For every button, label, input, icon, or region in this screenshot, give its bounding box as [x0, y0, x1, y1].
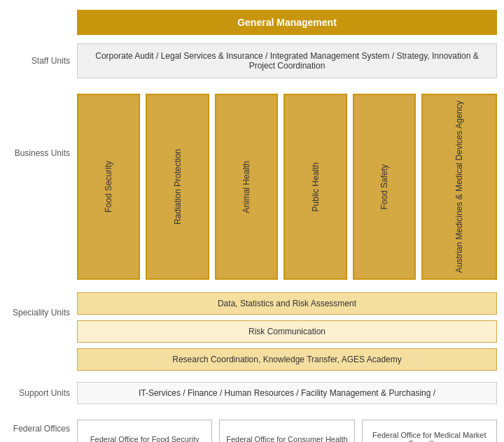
office-medical-market: Federal Office for Medical Market Survei… [362, 420, 497, 442]
support-units-bar: IT-Services / Finance / Human Resources … [77, 382, 497, 404]
card-radiation-protection-text: Radiation Protection [170, 143, 186, 230]
specialty-units-row: Speciality Units Data, Statistics and Ri… [0, 290, 504, 376]
specialty-units-label: Speciality Units [0, 290, 77, 318]
federal-offices-label: Federal Offices [0, 413, 77, 434]
card-austrian-medicines: Austrian Medicines & Medical Devices Age… [421, 94, 497, 280]
general-management-content: General Management [77, 7, 504, 38]
card-public-health: Public Health [284, 94, 346, 280]
card-austrian-medicines-text: Austrian Medicines & Medical Devices Age… [451, 95, 467, 278]
card-food-security: Food Security [77, 94, 140, 280]
support-units-label: Support Units [0, 379, 77, 407]
staff-units-box: Corporate Audit / Legal Services & Insur… [77, 43, 497, 78]
business-units-content: Food Security Radiation Protection Anima… [77, 85, 504, 288]
card-animal-health: Animal Health [215, 94, 278, 280]
general-management-bar: General Management [77, 10, 497, 35]
card-radiation-protection: Radiation Protection [146, 94, 209, 280]
card-public-health-text: Public Health [308, 157, 323, 218]
card-food-security-text: Food Security [101, 155, 116, 218]
card-food-safety: Food Safety [353, 94, 416, 280]
specialty-units-content: Data, Statistics and Risk Assessment Ris… [77, 290, 504, 376]
staff-units-label: Staff Units [0, 41, 77, 81]
business-units-row: Business Units Food Security Radiation P… [0, 85, 504, 288]
card-animal-health-text: Animal Health [239, 155, 254, 219]
business-units-label: Business Units [0, 85, 77, 158]
support-units-row: Support Units IT-Services / Finance / Hu… [0, 379, 504, 407]
federal-offices-row: Federal Offices Federal Office for Food … [0, 413, 504, 442]
card-food-safety-text: Food Safety [377, 159, 392, 215]
staff-units-row: Staff Units Corporate Audit / Legal Serv… [0, 41, 504, 81]
office-consumer-health: Federal Office for Consumer Health [219, 420, 354, 442]
federal-offices-content: Federal Office for Food Security Federal… [77, 413, 504, 442]
office-food-security: Federal Office for Food Security [77, 420, 212, 442]
general-management-row: General Management [0, 7, 504, 38]
support-units-content: IT-Services / Finance / Human Resources … [77, 379, 504, 407]
general-management-label-empty [0, 7, 77, 38]
business-units-cards: Food Security Radiation Protection Anima… [77, 88, 497, 285]
org-chart: General Management Staff Units Corporate… [0, 0, 504, 442]
federal-offices-boxes: Federal Office for Food Security Federal… [77, 415, 497, 442]
data-statistics-bar: Data, Statistics and Risk Assessment [77, 292, 497, 315]
risk-communication-bar: Risk Communication [77, 320, 497, 343]
staff-units-content: Corporate Audit / Legal Services & Insur… [77, 41, 504, 81]
research-coordination-bar: Research Coordination, Knowledge Transfe… [77, 348, 497, 371]
